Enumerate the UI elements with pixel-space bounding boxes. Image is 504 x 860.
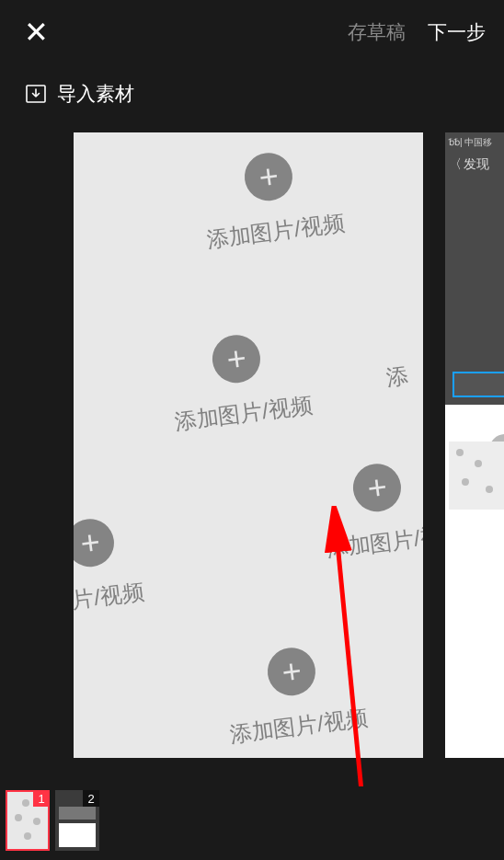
status-bar-text: ␢␢| 中国移 — [445, 132, 504, 149]
back-link-preview: 〈 发现 — [445, 149, 504, 180]
plus-icon: + — [265, 645, 318, 698]
import-asset-button[interactable]: 导入素材 — [0, 64, 504, 132]
save-draft-button[interactable]: 存草稿 — [348, 19, 406, 45]
thumbnail-placeholder — [449, 441, 504, 510]
plus-icon: + — [74, 516, 117, 569]
page-thumbnail-strip: 1 2 — [0, 786, 504, 860]
add-media-label: 添 — [384, 361, 410, 394]
page-preview-1[interactable]: + 添加图片/视频 视频 + 添加图片/视频 添 + 添加图片/视 + 图片/视… — [74, 132, 423, 758]
add-media-slot[interactable]: + 图片/视频 — [74, 513, 146, 618]
header-actions: 存草稿 下一步 — [348, 19, 486, 45]
header-bar: ✕ 存草稿 下一步 — [0, 0, 504, 64]
import-label: 导入素材 — [57, 81, 134, 107]
plus-icon: + — [350, 461, 404, 514]
page-thumbnail-1[interactable]: 1 — [6, 790, 50, 851]
plus-icon: + — [210, 332, 263, 385]
import-icon — [26, 85, 46, 103]
page-number-badge: 2 — [83, 790, 99, 807]
add-media-label: 图片/视频 — [74, 578, 146, 618]
add-media-label: 添加图片/视频 — [228, 704, 369, 750]
page-preview-2[interactable]: ␢␢| 中国移 〈 发现 — [445, 132, 504, 758]
add-media-slot[interactable]: + 添加图片/视 — [316, 457, 423, 565]
add-media-slot[interactable]: + 添加图片/视频 — [197, 144, 346, 255]
add-media-label: 添加图片/视频 — [205, 209, 346, 255]
close-button[interactable]: ✕ — [24, 17, 49, 47]
add-media-label: 添加图片/视频 — [173, 391, 314, 437]
page-number-badge: 1 — [33, 790, 50, 807]
chevron-left-icon: 〈 — [449, 156, 462, 173]
add-media-slot[interactable]: 添 — [384, 361, 410, 394]
selection-box — [452, 372, 504, 397]
add-media-slot[interactable]: + 添加图片/视频 — [165, 327, 314, 437]
page-thumbnail-2[interactable]: 2 — [55, 790, 99, 851]
plus-icon: + — [242, 150, 295, 203]
next-step-button[interactable]: 下一步 — [428, 19, 486, 45]
add-media-label: 添加图片/视 — [325, 521, 423, 564]
preview-carousel[interactable]: + 添加图片/视频 视频 + 添加图片/视频 添 + 添加图片/视 + 图片/视… — [0, 132, 504, 773]
add-media-slot[interactable]: + 添加图片/视频 — [220, 639, 369, 750]
page-content-area — [445, 405, 504, 758]
